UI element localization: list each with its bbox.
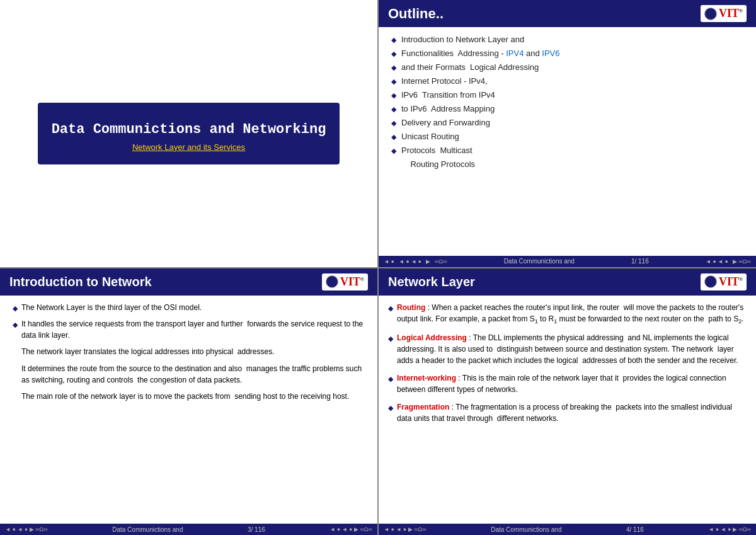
toolbar-course-4: Data Communictions and — [491, 526, 561, 533]
content-item-4: ◆ It determines the route from the sourc… — [13, 363, 365, 386]
slide-subtitle: Network Layer and its Services — [50, 142, 327, 152]
bullet-icon: ◆ — [388, 403, 393, 413]
vit-emblem — [704, 8, 717, 20]
nl-item-fragmentation: ◆ Fragmentation : The fragmentation is a… — [388, 401, 747, 424]
toolbar-page-3: 3/ 116 — [248, 526, 265, 533]
outline-item-2: ◆ Functionalities Addressing - IPV4 and … — [391, 49, 743, 58]
slide-toolbar: ◄ ● ◄ ● ◄ ● ▶ ∞Ω∞ Data Communictions and… — [379, 256, 756, 267]
vit-text: VIT® — [719, 7, 743, 20]
slide-3-title: Introduction to Network — [9, 275, 152, 289]
vit-text-3: VIT® — [340, 275, 364, 289]
vit-emblem-4 — [704, 275, 717, 288]
bullet-icon: ◆ — [391, 105, 396, 113]
slide-4-content: ◆ Routing : When a packet reaches the ro… — [379, 296, 756, 524]
vit-logo-3: VIT® — [322, 273, 368, 291]
content-item-3: ◆ The network layer translates the logic… — [13, 346, 365, 358]
content-item-1: ◆ The Network Layer is the third layer o… — [13, 302, 365, 314]
title-box: Data Communictions and Networking Networ… — [38, 103, 340, 164]
toolbar-icons-left: ◄ ● ◄ ● ▶ ∞Ω∞ — [5, 526, 48, 532]
outline-item-4: ◆ Internet Protocol - IPv4, — [391, 76, 743, 86]
slide-2: Outline.. VIT® ◆ Introduction to Network… — [379, 0, 756, 267]
slide-4-toolbar: ◄ ● ◄ ● ▶ ∞Ω∞ Data Communictions and 4/ … — [379, 524, 756, 535]
outline-item-3: ◆ and their Formats Logical Addressing — [391, 62, 743, 72]
bullet-icon: ◆ — [13, 319, 18, 330]
bullet-icon: ◆ — [388, 374, 393, 384]
toolbar-page-4: 4/ 116 — [626, 526, 644, 533]
content-item-5: ◆ The main role of the network layer is … — [13, 391, 365, 403]
toolbar-icons-right: ◄ ● ◄ ● ▶ ∞Ω∞ — [708, 526, 751, 532]
bullet-icon: ◆ — [388, 303, 393, 314]
outline-content: ◆ Introduction to Network Layer and ◆ Fu… — [379, 27, 756, 256]
bullet-icon: ◆ — [391, 133, 396, 141]
logical-label: Logical Addressing — [397, 333, 467, 342]
nl-item-internetworking: ◆ Internet-working : This is the main ro… — [388, 372, 747, 395]
toolbar-course: Data Communictions and — [504, 258, 575, 265]
slide-4-title: Network Layer — [388, 275, 475, 289]
bullet-icon: ◆ — [391, 91, 396, 100]
bullet-icon: ◆ — [391, 50, 396, 58]
outline-item-8: ◆ Unicast Routing — [391, 132, 743, 141]
slide-4-header: Network Layer VIT® — [379, 268, 756, 296]
fragmentation-label: Fragmentation — [397, 403, 449, 411]
slide-header: Outline.. VIT® — [379, 0, 756, 27]
outline-item-9: ◆ Protocols Multicast — [391, 146, 743, 155]
slide-3-toolbar: ◄ ● ◄ ● ▶ ∞Ω∞ Data Communictions and 3/ … — [0, 524, 377, 535]
outline-item-10: ◆ Routing Protocols — [391, 159, 743, 169]
bullet-icon: ◆ — [388, 333, 393, 344]
slide-3: Introduction to Network VIT® ◆ The Netwo… — [0, 268, 377, 536]
vit-emblem-3 — [326, 275, 338, 288]
outline-item-5: ◆ IPv6 Transition from IPv4 — [391, 90, 743, 100]
toolbar-page: 1/ 116 — [631, 258, 649, 265]
slide-3-content: ◆ The Network Layer is the third layer o… — [0, 296, 377, 524]
nl-item-logical: ◆ Logical Addressing : The DLL implement… — [388, 332, 747, 366]
nl-item-routing: ◆ Routing : When a packet reaches the ro… — [388, 302, 747, 326]
toolbar-icons-left: ◄ ● ◄ ● ◄ ● ▶ ∞Ω∞ — [384, 258, 447, 265]
outline-item-1: ◆ Introduction to Network Layer and — [391, 35, 743, 44]
internetworking-label: Internet-working — [397, 374, 456, 383]
slide-1: Data Communictions and Networking Networ… — [0, 0, 377, 267]
slide-4: Network Layer VIT® ◆ Routing : When a pa… — [379, 268, 756, 536]
bullet-icon: ◆ — [391, 78, 396, 86]
slide-3-header: Introduction to Network VIT® — [0, 268, 377, 296]
outline-item-6: ◆ to IPv6 Address Mapping — [391, 104, 743, 113]
toolbar-icons-left: ◄ ● ◄ ● ▶ ∞Ω∞ — [384, 526, 427, 532]
bullet-icon: ◆ — [391, 36, 396, 44]
toolbar-course-3: Data Communictions and — [112, 526, 183, 533]
bullet-icon: ◆ — [391, 119, 396, 127]
vit-text-4: VIT® — [719, 275, 743, 289]
outline-item-7: ◆ Delivery and Forwarding — [391, 118, 743, 127]
bullet-icon: ◆ — [13, 303, 18, 314]
vit-logo-4: VIT® — [701, 273, 747, 291]
header-title: Outline.. — [388, 6, 444, 22]
toolbar-icons-right: ◄ ● ◄ ● ▶ ∞Ω∞ — [329, 526, 372, 532]
content-item-2: ◆ It handles the service requests from t… — [13, 318, 365, 341]
toolbar-icons-right: ◄ ● ◄ ● ▶ ∞Ω∞ — [706, 258, 751, 265]
slide-title: Data Communictions and Networking — [50, 122, 327, 137]
bullet-icon: ◆ — [391, 64, 396, 72]
bullet-icon: ◆ — [391, 147, 396, 155]
routing-label: Routing — [397, 303, 425, 312]
vit-logo: VIT® — [701, 5, 747, 22]
